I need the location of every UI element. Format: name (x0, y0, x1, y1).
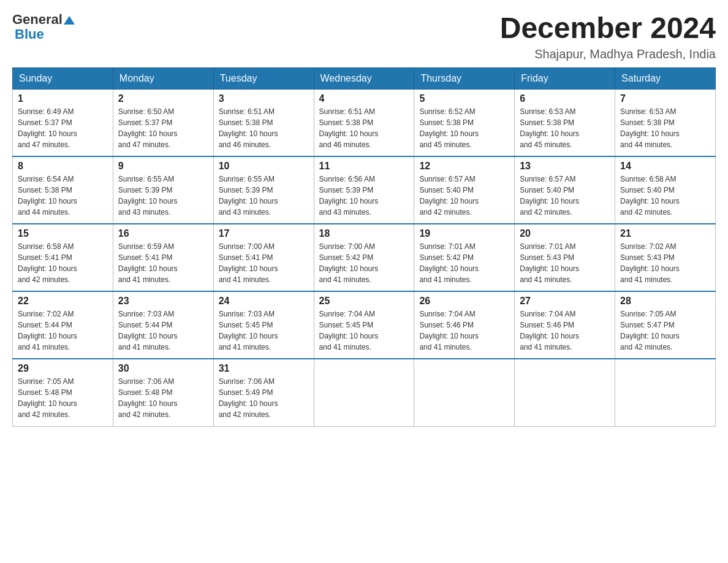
day-info: Sunrise: 7:05 AMSunset: 5:47 PMDaylight:… (620, 308, 710, 353)
day-number: 20 (520, 228, 610, 239)
day-info: Sunrise: 6:57 AMSunset: 5:40 PMDaylight:… (419, 174, 509, 218)
day-number: 3 (219, 93, 309, 104)
day-info: Sunrise: 6:57 AMSunset: 5:40 PMDaylight:… (520, 174, 610, 218)
day-info: Sunrise: 7:02 AMSunset: 5:44 PMDaylight:… (18, 308, 108, 353)
calendar-cell: 2 Sunrise: 6:50 AMSunset: 5:37 PMDayligh… (113, 89, 213, 156)
calendar-cell: 4 Sunrise: 6:51 AMSunset: 5:38 PMDayligh… (314, 89, 414, 156)
day-number: 11 (319, 161, 409, 172)
day-number: 22 (18, 296, 108, 307)
calendar-cell: 16 Sunrise: 6:59 AMSunset: 5:41 PMDaylig… (113, 224, 213, 291)
calendar-cell (515, 359, 615, 426)
day-info: Sunrise: 6:51 AMSunset: 5:38 PMDaylight:… (319, 106, 409, 150)
logo: General Blue (12, 12, 75, 42)
weekday-header-friday: Friday (515, 67, 615, 89)
day-info: Sunrise: 6:52 AMSunset: 5:38 PMDaylight:… (419, 106, 509, 150)
calendar-cell: 25 Sunrise: 7:04 AMSunset: 5:45 PMDaylig… (314, 291, 414, 359)
day-number: 17 (219, 228, 309, 239)
calendar-cell: 23 Sunrise: 7:03 AMSunset: 5:44 PMDaylig… (113, 291, 213, 359)
day-number: 12 (419, 161, 509, 172)
day-info: Sunrise: 6:58 AMSunset: 5:40 PMDaylight:… (620, 174, 710, 218)
day-info: Sunrise: 6:50 AMSunset: 5:37 PMDaylight:… (118, 106, 208, 150)
calendar-cell (414, 359, 515, 426)
calendar-cell: 28 Sunrise: 7:05 AMSunset: 5:47 PMDaylig… (615, 291, 716, 359)
calendar-cell: 21 Sunrise: 7:02 AMSunset: 5:43 PMDaylig… (615, 224, 716, 291)
day-info: Sunrise: 7:06 AMSunset: 5:48 PMDaylight:… (118, 376, 208, 420)
month-year-title: December 2024 (500, 12, 716, 45)
calendar-cell: 17 Sunrise: 7:00 AMSunset: 5:41 PMDaylig… (213, 224, 314, 291)
calendar-cell: 18 Sunrise: 7:00 AMSunset: 5:42 PMDaylig… (314, 224, 414, 291)
day-number: 19 (419, 228, 509, 239)
calendar-cell: 19 Sunrise: 7:01 AMSunset: 5:42 PMDaylig… (414, 224, 515, 291)
calendar-cell: 26 Sunrise: 7:04 AMSunset: 5:46 PMDaylig… (414, 291, 515, 359)
day-number: 14 (620, 161, 710, 172)
day-info: Sunrise: 6:49 AMSunset: 5:37 PMDaylight:… (18, 106, 108, 150)
title-section: December 2024 Shajapur, Madhya Pradesh, … (500, 12, 716, 61)
calendar-cell: 12 Sunrise: 6:57 AMSunset: 5:40 PMDaylig… (414, 156, 515, 224)
day-info: Sunrise: 7:03 AMSunset: 5:45 PMDaylight:… (219, 308, 309, 353)
calendar-cell: 9 Sunrise: 6:55 AMSunset: 5:39 PMDayligh… (113, 156, 213, 224)
page-header: General Blue December 2024 Shajapur, Mad… (12, 12, 716, 61)
day-info: Sunrise: 6:51 AMSunset: 5:38 PMDaylight:… (219, 106, 309, 150)
day-number: 9 (118, 161, 208, 172)
calendar-week-row: 8 Sunrise: 6:54 AMSunset: 5:38 PMDayligh… (13, 156, 716, 224)
day-number: 4 (319, 93, 409, 104)
day-number: 1 (18, 93, 108, 104)
day-info: Sunrise: 6:53 AMSunset: 5:38 PMDaylight:… (520, 106, 610, 150)
calendar-table: SundayMondayTuesdayWednesdayThursdayFrid… (12, 67, 716, 427)
day-number: 15 (18, 228, 108, 239)
calendar-cell: 24 Sunrise: 7:03 AMSunset: 5:45 PMDaylig… (213, 291, 314, 359)
weekday-header-saturday: Saturday (615, 67, 716, 89)
day-number: 30 (118, 363, 208, 374)
calendar-week-row: 1 Sunrise: 6:49 AMSunset: 5:37 PMDayligh… (13, 89, 716, 156)
calendar-cell: 31 Sunrise: 7:06 AMSunset: 5:49 PMDaylig… (213, 359, 314, 426)
calendar-cell: 15 Sunrise: 6:58 AMSunset: 5:41 PMDaylig… (13, 224, 113, 291)
weekday-header-thursday: Thursday (414, 67, 515, 89)
calendar-cell: 3 Sunrise: 6:51 AMSunset: 5:38 PMDayligh… (213, 89, 314, 156)
calendar-cell (314, 359, 414, 426)
day-info: Sunrise: 6:59 AMSunset: 5:41 PMDaylight:… (118, 241, 208, 285)
day-info: Sunrise: 7:04 AMSunset: 5:46 PMDaylight:… (520, 308, 610, 353)
calendar-cell: 22 Sunrise: 7:02 AMSunset: 5:44 PMDaylig… (13, 291, 113, 359)
calendar-week-row: 22 Sunrise: 7:02 AMSunset: 5:44 PMDaylig… (13, 291, 716, 359)
day-info: Sunrise: 7:00 AMSunset: 5:41 PMDaylight:… (219, 241, 309, 285)
day-info: Sunrise: 6:55 AMSunset: 5:39 PMDaylight:… (118, 174, 208, 218)
calendar-week-row: 15 Sunrise: 6:58 AMSunset: 5:41 PMDaylig… (13, 224, 716, 291)
weekday-header-tuesday: Tuesday (213, 67, 314, 89)
logo-general-text: General (12, 12, 63, 27)
calendar-cell: 27 Sunrise: 7:04 AMSunset: 5:46 PMDaylig… (515, 291, 615, 359)
calendar-cell: 11 Sunrise: 6:56 AMSunset: 5:39 PMDaylig… (314, 156, 414, 224)
weekday-header-monday: Monday (113, 67, 213, 89)
day-number: 18 (319, 228, 409, 239)
calendar-cell: 14 Sunrise: 6:58 AMSunset: 5:40 PMDaylig… (615, 156, 716, 224)
day-info: Sunrise: 7:01 AMSunset: 5:42 PMDaylight:… (419, 241, 509, 285)
calendar-cell: 7 Sunrise: 6:53 AMSunset: 5:38 PMDayligh… (615, 89, 716, 156)
calendar-cell: 29 Sunrise: 7:05 AMSunset: 5:48 PMDaylig… (13, 359, 113, 426)
day-info: Sunrise: 7:02 AMSunset: 5:43 PMDaylight:… (620, 241, 710, 285)
calendar-cell: 8 Sunrise: 6:54 AMSunset: 5:38 PMDayligh… (13, 156, 113, 224)
day-info: Sunrise: 6:58 AMSunset: 5:41 PMDaylight:… (18, 241, 108, 285)
calendar-cell: 1 Sunrise: 6:49 AMSunset: 5:37 PMDayligh… (13, 89, 113, 156)
weekday-header-row: SundayMondayTuesdayWednesdayThursdayFrid… (13, 67, 716, 89)
logo-blue-text: Blue (15, 27, 44, 42)
calendar-cell: 30 Sunrise: 7:06 AMSunset: 5:48 PMDaylig… (113, 359, 213, 426)
day-number: 27 (520, 296, 610, 307)
svg-marker-0 (64, 16, 75, 25)
day-info: Sunrise: 6:55 AMSunset: 5:39 PMDaylight:… (219, 174, 309, 218)
day-number: 25 (319, 296, 409, 307)
day-info: Sunrise: 6:56 AMSunset: 5:39 PMDaylight:… (319, 174, 409, 218)
calendar-cell: 10 Sunrise: 6:55 AMSunset: 5:39 PMDaylig… (213, 156, 314, 224)
day-info: Sunrise: 6:53 AMSunset: 5:38 PMDaylight:… (620, 106, 710, 150)
day-number: 13 (520, 161, 610, 172)
day-number: 16 (118, 228, 208, 239)
calendar-cell: 13 Sunrise: 6:57 AMSunset: 5:40 PMDaylig… (515, 156, 615, 224)
day-info: Sunrise: 6:54 AMSunset: 5:38 PMDaylight:… (18, 174, 108, 218)
calendar-week-row: 29 Sunrise: 7:05 AMSunset: 5:48 PMDaylig… (13, 359, 716, 426)
day-number: 23 (118, 296, 208, 307)
day-number: 7 (620, 93, 710, 104)
calendar-cell: 6 Sunrise: 6:53 AMSunset: 5:38 PMDayligh… (515, 89, 615, 156)
day-number: 2 (118, 93, 208, 104)
day-number: 24 (219, 296, 309, 307)
calendar-cell: 20 Sunrise: 7:01 AMSunset: 5:43 PMDaylig… (515, 224, 615, 291)
calendar-cell: 5 Sunrise: 6:52 AMSunset: 5:38 PMDayligh… (414, 89, 515, 156)
day-info: Sunrise: 7:04 AMSunset: 5:45 PMDaylight:… (319, 308, 409, 353)
